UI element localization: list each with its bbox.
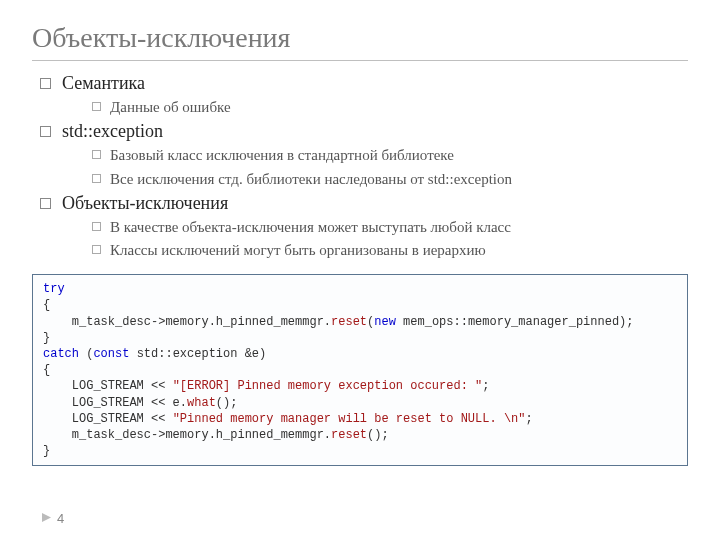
code-kw: catch: [43, 347, 79, 361]
subbullet-list: Базовый класс исключения в стандартной б…: [62, 145, 688, 189]
code-text: mem_ops::memory_manager_pinned);: [396, 315, 634, 329]
subbullet-item: Данные об ошибке: [92, 97, 688, 117]
bullet-text: std::exception: [62, 121, 163, 141]
subbullet-item: В качестве объекта-исключения может выст…: [92, 217, 688, 237]
svg-marker-0: [42, 513, 51, 522]
page-number: 4: [42, 511, 64, 526]
subbullet-item: Классы исключений могут быть организован…: [92, 240, 688, 260]
code-string: "[ERROR] Pinned memory exception occured…: [173, 379, 483, 393]
bullet-list: Семантика Данные об ошибке std::exceptio…: [32, 73, 688, 260]
code-text: ;: [525, 412, 532, 426]
subbullet-list: Данные об ошибке: [62, 97, 688, 117]
subbullet-item: Базовый класс исключения в стандартной б…: [92, 145, 688, 165]
code-kw: new: [374, 315, 396, 329]
code-string: "Pinned memory manager will be reset to …: [173, 412, 526, 426]
code-method: what: [187, 396, 216, 410]
code-kw: try: [43, 282, 65, 296]
subbullet-list: В качестве объекта-исключения может выст…: [62, 217, 688, 261]
code-text: ;: [482, 379, 489, 393]
page-number-text: 4: [57, 511, 64, 526]
code-method: reset: [331, 315, 367, 329]
arrow-icon: [42, 513, 51, 522]
code-text: (: [79, 347, 93, 361]
code-block: try { m_task_desc->memory.h_pinned_memmg…: [32, 274, 688, 466]
code-text: {: [43, 363, 50, 377]
code-text: LOG_STREAM <<: [43, 412, 173, 426]
code-text: {: [43, 298, 50, 312]
bullet-text: Семантика: [62, 73, 145, 93]
code-text: m_task_desc->memory.h_pinned_memmgr.: [43, 428, 331, 442]
subbullet-item: Все исключения стд. библиотеки наследова…: [92, 169, 688, 189]
code-kw: const: [93, 347, 129, 361]
bullet-text: Объекты-исключения: [62, 193, 228, 213]
code-text: LOG_STREAM << e.: [43, 396, 187, 410]
code-text: }: [43, 331, 50, 345]
code-text: m_task_desc->memory.h_pinned_memmgr.: [43, 315, 331, 329]
code-method: reset: [331, 428, 367, 442]
bullet-item: std::exception Базовый класс исключения …: [40, 121, 688, 189]
bullet-item: Объекты-исключения В качестве объекта-ис…: [40, 193, 688, 261]
bullet-item: Семантика Данные об ошибке: [40, 73, 688, 117]
slide-title: Объекты-исключения: [32, 22, 688, 61]
code-text: LOG_STREAM <<: [43, 379, 173, 393]
code-text: ();: [367, 428, 389, 442]
code-text: ();: [216, 396, 238, 410]
code-text: }: [43, 444, 50, 458]
slide: Объекты-исключения Семантика Данные об о…: [0, 0, 720, 540]
code-text: std::exception &e): [129, 347, 266, 361]
